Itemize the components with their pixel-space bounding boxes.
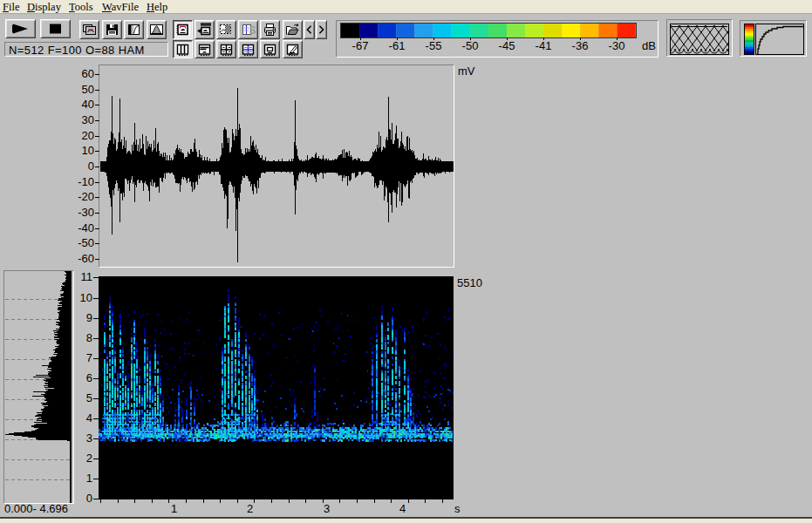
svg-text:S: S xyxy=(249,24,256,37)
